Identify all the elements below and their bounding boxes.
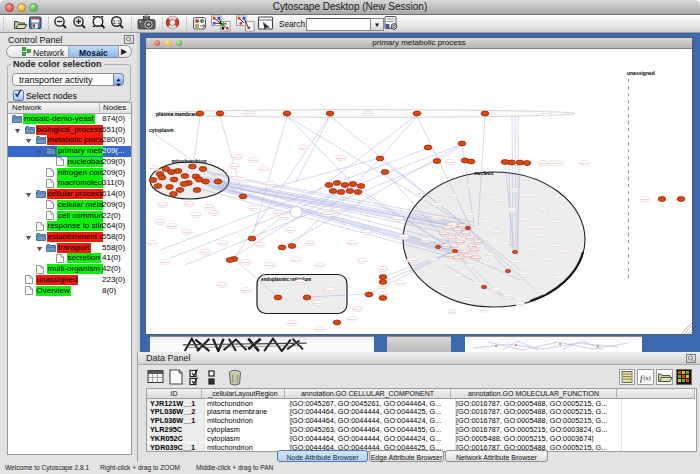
svg-text:Gene-N: Gene-N — [316, 328, 324, 330]
svg-text:Gene-N: Gene-N — [296, 281, 304, 283]
svg-text:Gene-N: Gene-N — [394, 218, 402, 220]
svg-text:Gene-N: Gene-N — [485, 192, 493, 194]
svg-text:Gene-N: Gene-N — [446, 161, 454, 163]
svg-text:Gene-N: Gene-N — [326, 289, 334, 291]
svg-text:Gene-N: Gene-N — [510, 189, 518, 191]
svg-text:Gene-N: Gene-N — [448, 311, 456, 313]
svg-text:Gene-N: Gene-N — [192, 214, 200, 216]
svg-text:GeneNm: GeneNm — [442, 245, 451, 247]
svg-text:Gene-N: Gene-N — [242, 289, 250, 291]
svg-text:Gene-N: Gene-N — [300, 147, 308, 149]
svg-text:Gene-N: Gene-N — [448, 224, 456, 226]
svg-text:1:1: 1:1 — [113, 19, 121, 25]
svg-text:GeneNm: GeneNm — [440, 233, 449, 235]
svg-text:Gene-N: Gene-N — [532, 227, 540, 229]
svg-text:Gene-N: Gene-N — [353, 308, 361, 310]
svg-text:Gene-N: Gene-N — [316, 264, 324, 266]
svg-text:Gene-N: Gene-N — [210, 212, 218, 214]
svg-text:Gene-N: Gene-N — [516, 303, 524, 305]
svg-text:Gene-N: Gene-N — [641, 198, 649, 200]
svg-text:Gene-N: Gene-N — [408, 259, 416, 261]
svg-text:GeneNm: GeneNm — [454, 257, 463, 259]
svg-text:Gene-N: Gene-N — [323, 208, 331, 210]
svg-text:Gene-N: Gene-N — [242, 261, 250, 263]
svg-text:Gene-N: Gene-N — [495, 200, 503, 202]
svg-text:Gene-N: Gene-N — [400, 236, 408, 238]
svg-text:Gene-N: Gene-N — [466, 214, 474, 216]
svg-text:Gene-N: Gene-N — [256, 244, 264, 246]
svg-text:Gene-N: Gene-N — [542, 112, 550, 114]
svg-text:Gene-N: Gene-N — [379, 285, 387, 287]
svg-text:Gene-N: Gene-N — [520, 219, 528, 221]
svg-text:Gene-N: Gene-N — [286, 229, 294, 231]
svg-text:Gene-N: Gene-N — [267, 183, 275, 185]
svg-text:GeneNm: GeneNm — [462, 232, 471, 234]
svg-text:Gene-N: Gene-N — [552, 245, 560, 247]
svg-text:Gene-N: Gene-N — [161, 261, 169, 263]
svg-text:Gene-N: Gene-N — [218, 284, 226, 286]
svg-text:Gene-N: Gene-N — [508, 209, 516, 211]
svg-text:Gene-N: Gene-N — [234, 156, 242, 158]
svg-text:Gene-N: Gene-N — [512, 261, 520, 263]
svg-text:Gene-N: Gene-N — [433, 217, 441, 219]
svg-text:nucleus: nucleus — [475, 170, 494, 176]
svg-text:Gene-N: Gene-N — [544, 259, 552, 261]
svg-text:Gene-N: Gene-N — [492, 289, 500, 291]
svg-text:Gene-N: Gene-N — [486, 254, 494, 256]
svg-text:Gene-N: Gene-N — [219, 242, 227, 244]
svg-text:Gene-N: Gene-N — [333, 209, 341, 211]
svg-text:Gene-N: Gene-N — [168, 225, 176, 227]
svg-text:Gene-N: Gene-N — [482, 221, 490, 223]
svg-text:Gene-N: Gene-N — [348, 242, 356, 244]
svg-text:Gene-N: Gene-N — [205, 206, 213, 208]
svg-text:(x): (x) — [644, 374, 651, 382]
svg-text:Gene-N: Gene-N — [185, 203, 193, 205]
svg-text:Gene-N: Gene-N — [362, 231, 370, 233]
svg-text:plasma membrane: plasma membrane — [156, 111, 200, 117]
svg-text:Gene-N: Gene-N — [230, 165, 238, 167]
svg-text:unassigned: unassigned — [627, 70, 655, 76]
svg-text:Gene-N: Gene-N — [524, 195, 532, 197]
svg-text:Gene-N: Gene-N — [449, 195, 457, 197]
svg-text:Gene-N: Gene-N — [536, 235, 544, 237]
svg-text:GeneNm: GeneNm — [456, 241, 465, 243]
svg-text:Gene-N: Gene-N — [148, 242, 156, 244]
svg-text:Gene-N: Gene-N — [266, 264, 274, 266]
svg-text:Gene-N: Gene-N — [538, 291, 546, 293]
svg-text:cytoplasm: cytoplasm — [149, 127, 174, 133]
svg-text:GeneNm: GeneNm — [444, 227, 453, 229]
svg-text:Gene-N: Gene-N — [246, 112, 254, 114]
svg-text:Gene-N: Gene-N — [358, 260, 366, 262]
svg-text:Gene-N: Gene-N — [433, 204, 441, 206]
svg-text:Gene-N: Gene-N — [337, 157, 345, 159]
svg-text:Gene-N: Gene-N — [364, 112, 372, 114]
svg-text:Gene-N: Gene-N — [280, 216, 288, 218]
svg-text:GeneNm: GeneNm — [466, 237, 475, 239]
svg-text:Gene-N: Gene-N — [553, 221, 561, 223]
svg-text:Gene-N: Gene-N — [292, 259, 300, 261]
svg-text:GeneGeneGe: GeneGeneGe — [548, 162, 563, 164]
svg-text:GeneNm: GeneNm — [470, 249, 479, 251]
svg-text:Gene-N: Gene-N — [324, 213, 332, 215]
svg-text:Gene-N: Gene-N — [554, 277, 562, 279]
svg-text:Gene-N: Gene-N — [561, 251, 569, 253]
svg-text:Gene-N: Gene-N — [288, 322, 296, 324]
svg-text:Gene-N: Gene-N — [528, 249, 536, 251]
svg-text:GeneNm: GeneNm — [474, 241, 483, 243]
svg-text:Gene-N: Gene-N — [249, 207, 257, 209]
svg-text:Gene-N: Gene-N — [238, 179, 246, 181]
svg-text:Gene-N: Gene-N — [260, 168, 268, 170]
svg-text:Gene-N: Gene-N — [348, 318, 356, 320]
svg-text:Gene-N: Gene-N — [422, 239, 430, 241]
svg-text:GeneNm: GeneNm — [472, 257, 481, 259]
svg-text:GeneNm: GeneNm — [448, 237, 457, 239]
svg-text:Gene-N: Gene-N — [306, 242, 314, 244]
svg-text:Gene-N: Gene-N — [580, 162, 588, 164]
svg-text:Gene-N: Gene-N — [150, 167, 158, 169]
svg-text:GeneNm: GeneNm — [458, 225, 467, 227]
svg-text:Gene-N: Gene-N — [474, 283, 482, 285]
svg-text:Gene-N: Gene-N — [159, 204, 167, 206]
svg-text:Gene-N: Gene-N — [480, 309, 488, 311]
svg-text:Gene-N: Gene-N — [274, 212, 282, 214]
svg-text:Gene-N: Gene-N — [520, 273, 528, 275]
